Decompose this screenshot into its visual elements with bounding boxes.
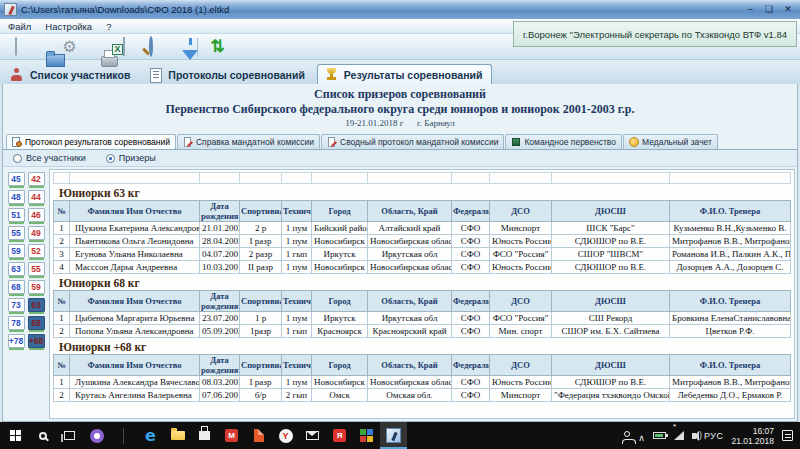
subtab-medal-standings[interactable]: Медальный зачет <box>623 134 718 149</box>
store-icon[interactable] <box>199 431 210 440</box>
envelope-app-icon[interactable] <box>306 431 319 440</box>
weight-68-button[interactable]: 68 <box>8 280 25 294</box>
cell: 3 <box>54 248 70 261</box>
main-tab-bar: Список участниковПротоколы соревнованийР… <box>0 60 800 84</box>
table-row[interactable]: 2Крутась Ангелина Валерьевна07.06.2001б/… <box>54 389 791 402</box>
start-button[interactable] <box>10 430 15 435</box>
volume-icon[interactable] <box>692 433 696 439</box>
menu-settings[interactable]: Настройка <box>45 21 92 32</box>
table-row[interactable]: 4Масссон Дарья Андреевна10.03.2001II раз… <box>54 261 791 274</box>
language-indicator[interactable]: РУС <box>704 431 724 441</box>
cortana-button[interactable] <box>90 429 104 443</box>
weight-row: 6355 <box>8 262 45 276</box>
grid-app-icon-slot <box>353 422 380 449</box>
cell: Митрофанов В.В., Митрофанов <box>670 376 791 389</box>
filter-all-participants-radio[interactable]: Все участники <box>13 153 86 163</box>
cell: Масссон Дарья Андреевна <box>70 261 200 274</box>
weight-plus-78-button[interactable]: +78 <box>8 334 25 348</box>
taskbar-apps <box>2 422 407 449</box>
task-view-button[interactable] <box>64 431 75 440</box>
yandex-app-icon-slot <box>326 422 353 449</box>
taskbar-clock[interactable]: 16:07 21.01.2018 <box>731 426 774 446</box>
file-explorer-icon[interactable] <box>171 431 185 440</box>
weight-63-button[interactable]: 63 <box>8 262 25 276</box>
tray-expand-chevron-icon[interactable] <box>638 427 645 445</box>
empty-grid-row <box>53 172 791 184</box>
weight-44-button[interactable]: 44 <box>28 190 45 204</box>
weight-59-button[interactable]: 59 <box>8 244 25 258</box>
settings-gear-button[interactable] <box>57 36 82 58</box>
edge-icon[interactable] <box>145 427 156 445</box>
cell: Иркутская обл <box>368 248 452 261</box>
table-row[interactable]: 2Пьянтикова Ольга Леонидовна28.04.2003I … <box>54 235 791 248</box>
weight-78-button[interactable]: 78 <box>8 316 25 330</box>
cell: Цветков Р.Ф. <box>670 325 791 338</box>
app-version-label: г.Воронеж "Электронный секретарь по Тхэк… <box>513 21 797 47</box>
results-protocol-icon <box>12 137 22 147</box>
battery-icon[interactable] <box>653 432 666 439</box>
subtab-team-championship[interactable]: Командное первенство <box>505 134 622 149</box>
weight-42-button[interactable]: 42 <box>28 172 45 186</box>
excel-export-button[interactable] <box>111 36 136 58</box>
search-button[interactable] <box>138 36 163 58</box>
table-row[interactable]: 1Лушкина Александра Вячеславовна08.03.20… <box>54 376 791 389</box>
notification-center-icon[interactable] <box>782 430 793 441</box>
cell: 1 пум <box>282 261 312 274</box>
tab-competition-protocols[interactable]: Протоколы соревнований <box>142 65 313 84</box>
table-header-row: №Фамилия Имя ОтчествоДата рожденияСпорти… <box>54 291 791 312</box>
weight-55-button[interactable]: 55 <box>8 226 25 240</box>
weight-49-button[interactable]: 49 <box>28 226 45 240</box>
weight-45-button[interactable]: 45 <box>8 172 25 186</box>
weight-row: 4844 <box>8 190 45 204</box>
taekwondo-app-icon[interactable] <box>386 428 401 443</box>
weight-55-button[interactable]: 55 <box>28 262 45 276</box>
weight-68-button[interactable]: 68 <box>28 316 45 330</box>
cell: 1 <box>54 376 70 389</box>
weight-46-button[interactable]: 46 <box>28 208 45 222</box>
column-header: Город <box>312 201 368 222</box>
refresh-arrows-button[interactable] <box>205 36 230 58</box>
window-title: C:\Users\татьяна\Downloads\СФО 2018 (1).… <box>21 4 742 15</box>
table-row[interactable]: 3Егунова Ульяна Николаевна04.07.20012 ра… <box>54 248 791 261</box>
people-tray-icon[interactable] <box>624 431 630 437</box>
weight-51-button[interactable]: 51 <box>8 208 25 222</box>
documents-app-icon[interactable] <box>254 429 264 442</box>
mail-app-icon[interactable] <box>225 429 238 442</box>
window-chrome: ФайлНастройка? г.Воронеж "Электронный се… <box>0 19 800 60</box>
open-folder-button[interactable] <box>30 36 55 58</box>
yandex-browser-icon[interactable] <box>279 429 293 443</box>
tab-competition-results[interactable]: Результаты соревнований <box>317 64 493 84</box>
table-row[interactable]: 1Щукина Екатерина Александровна21.01.200… <box>54 222 791 235</box>
minimize-button[interactable] <box>742 3 758 16</box>
cell: Мин. спорт <box>490 325 552 338</box>
subtab-team-championship-label: Командное первенство <box>524 137 616 147</box>
network-icon[interactable] <box>674 431 684 440</box>
weight-52-button[interactable]: 52 <box>28 244 45 258</box>
table-row[interactable]: 1Цыбенова Маргарита Юрьевна23.07.20011 р… <box>54 312 791 325</box>
cell: Цыбенова Маргарита Юрьевна <box>70 312 200 325</box>
menu-file[interactable]: Файл <box>8 21 31 32</box>
cell: Юность России <box>490 235 552 248</box>
tab-participants-list[interactable]: Список участников <box>4 65 139 84</box>
grid-app-icon[interactable] <box>360 429 366 435</box>
close-button[interactable] <box>780 3 796 16</box>
subtab-mandate-certificate[interactable]: Справка мандатной комиссии <box>177 134 320 149</box>
filter-button[interactable] <box>165 36 190 58</box>
search-button[interactable] <box>39 432 47 440</box>
filter-winners-radio[interactable]: Призеры <box>106 153 156 163</box>
weight-73-button[interactable]: 73 <box>8 298 25 312</box>
new-file-button[interactable] <box>3 36 28 58</box>
cell: СФО <box>452 222 490 235</box>
maximize-button[interactable] <box>761 3 777 16</box>
weight-63-button[interactable]: 63 <box>28 298 45 312</box>
weight-59-button[interactable]: 59 <box>28 280 45 294</box>
weight-plus-68-button[interactable]: +68 <box>28 334 45 348</box>
yandex-app-icon[interactable] <box>333 429 346 442</box>
subtab-results-protocol[interactable]: Протокол результатов соревнований <box>6 134 176 149</box>
subtab-mandate-summary[interactable]: Сводный протокол мандатной комиссии <box>321 134 504 149</box>
menu-help[interactable]: ? <box>106 21 111 32</box>
print-button[interactable] <box>84 36 109 58</box>
weight-48-button[interactable]: 48 <box>8 190 25 204</box>
table-row[interactable]: 2Попова Ульяна Александровна05.09.20021р… <box>54 325 791 338</box>
column-header: Город <box>312 355 368 376</box>
